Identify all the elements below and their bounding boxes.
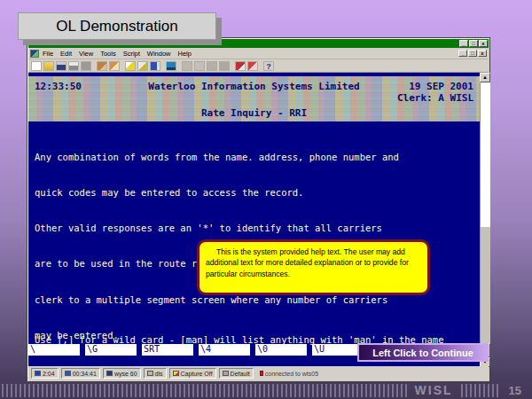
- monitor-icon: [35, 371, 41, 376]
- continue-button-label: Left Click to Continue: [372, 348, 473, 358]
- menu-file[interactable]: File: [43, 50, 53, 58]
- capture-icon: [173, 371, 179, 376]
- terminal-screen[interactable]: 12:33:50 Waterloo Information Systems Li…: [28, 73, 480, 367]
- terminal-line: clerk to a multiple segment screen where…: [35, 294, 477, 306]
- transfer-icon[interactable]: [207, 61, 217, 71]
- child-close-button[interactable]: x: [478, 50, 487, 57]
- clock-time: 12:33:50: [35, 81, 82, 92]
- company-name: Waterloo Information Systems Limited: [148, 81, 359, 92]
- answer-phone-icon[interactable]: [194, 61, 205, 71]
- status-session-time: 2:04: [31, 368, 59, 379]
- hangup-red-icon[interactable]: [235, 61, 246, 71]
- menu-window[interactable]: Window: [147, 50, 171, 58]
- print-icon[interactable]: [68, 61, 79, 71]
- printer-icon: [223, 371, 229, 376]
- capture-screen-icon[interactable]: [166, 61, 176, 71]
- cut-icon[interactable]: [97, 61, 107, 71]
- save-icon[interactable]: [56, 61, 66, 71]
- terminal-line: Any combination of words from the name. …: [35, 152, 477, 163]
- current-date: 19 SEP 2001: [409, 81, 473, 92]
- system-menu-icon[interactable]: [30, 50, 39, 58]
- status-capture: Capture Off: [169, 368, 216, 379]
- help-icon[interactable]: ?: [263, 61, 274, 71]
- connection-plug-icon: [260, 371, 263, 376]
- slide-title: OL Demonstration: [18, 12, 216, 40]
- annotation-text: This is the system provided help text. T…: [206, 247, 409, 278]
- select-icon[interactable]: [137, 61, 148, 71]
- child-maximize-button[interactable]: □: [468, 50, 477, 57]
- open-file-icon[interactable]: [43, 61, 54, 71]
- setup-phone-icon[interactable]: [219, 61, 230, 71]
- menu-help[interactable]: Help: [178, 50, 192, 58]
- fkey-field-2[interactable]: \G: [85, 344, 137, 356]
- notebook-icon[interactable]: [150, 61, 160, 71]
- paste-icon[interactable]: [109, 61, 120, 71]
- continue-button[interactable]: Left Click to Continue: [357, 343, 489, 362]
- page-number: 15: [509, 384, 521, 397]
- fkey-field-5[interactable]: \0: [255, 344, 307, 356]
- fkey-field-6[interactable]: \U: [312, 344, 364, 356]
- minimize-button[interactable]: _: [459, 40, 468, 47]
- print-preview-icon[interactable]: [81, 61, 91, 71]
- fkey-field-1[interactable]: \: [28, 344, 80, 356]
- printer-icon: [147, 371, 153, 376]
- close-button[interactable]: x: [479, 40, 488, 47]
- new-file-icon[interactable]: [31, 61, 42, 71]
- fkey-field-4[interactable]: \4: [199, 344, 250, 356]
- slide-title-text: OL Demonstration: [56, 18, 177, 35]
- annotation-help-box: This is the system provided help text. T…: [197, 239, 430, 295]
- menu-edit[interactable]: Edit: [60, 50, 72, 58]
- slide-footer: WISL 15: [0, 381, 532, 399]
- monitor-icon: [106, 371, 113, 376]
- barcode-decoration: [461, 384, 500, 397]
- window-titlebar[interactable]: _ □ x: [28, 39, 489, 48]
- scroll-up-icon[interactable]: ▲: [480, 73, 490, 82]
- toolbar: ?: [28, 59, 489, 73]
- scrollbar-track-upper[interactable]: [480, 82, 490, 227]
- vertical-scrollbar[interactable]: ▲ ▼: [480, 73, 490, 367]
- maximize-button[interactable]: □: [469, 40, 478, 47]
- terminal-emulator-window: _ □ x File Edit View Tools Script Window…: [27, 37, 490, 382]
- screen-title: Rate Inquiry - RRI: [201, 107, 307, 119]
- footer-brand: WISL: [415, 383, 453, 397]
- menu-view[interactable]: View: [79, 50, 93, 58]
- terminal-line: Other valid responses are an '*' to iden…: [35, 223, 477, 234]
- status-terminal-type: wyse 60: [103, 368, 141, 379]
- terminal-line: quick codes may be entered to access the…: [35, 187, 477, 199]
- status-elapsed-time: 00:34:41: [61, 368, 100, 379]
- child-minimize-button[interactable]: _: [458, 50, 467, 57]
- status-connection: connected to wts05: [256, 368, 322, 379]
- menu-script[interactable]: Script: [123, 50, 140, 58]
- dial-icon[interactable]: [182, 61, 192, 71]
- barcode-decoration: [2, 384, 407, 397]
- terminal-header-band: 12:33:50 Waterloo Information Systems Li…: [28, 76, 480, 121]
- status-profile: Default: [219, 368, 254, 379]
- menu-tools[interactable]: Tools: [100, 50, 116, 58]
- fkey-field-3[interactable]: SRT: [142, 344, 193, 356]
- status-bar: 2:04 00:34:41 wyse 60 dls Capture Off De…: [28, 366, 489, 380]
- edit-pencil-icon[interactable]: [125, 61, 136, 71]
- monitor-icon: [65, 371, 71, 376]
- menu-bar: File Edit View Tools Script Window Help …: [28, 48, 489, 59]
- scrollbar-track-lower[interactable]: [480, 227, 490, 343]
- status-printer: dls: [144, 368, 167, 379]
- clerk-label: Clerk: A WISL: [397, 92, 473, 104]
- disconnect-red-icon[interactable]: [247, 61, 258, 71]
- terminal-area: 12:33:50 Waterloo Information Systems Li…: [28, 73, 490, 367]
